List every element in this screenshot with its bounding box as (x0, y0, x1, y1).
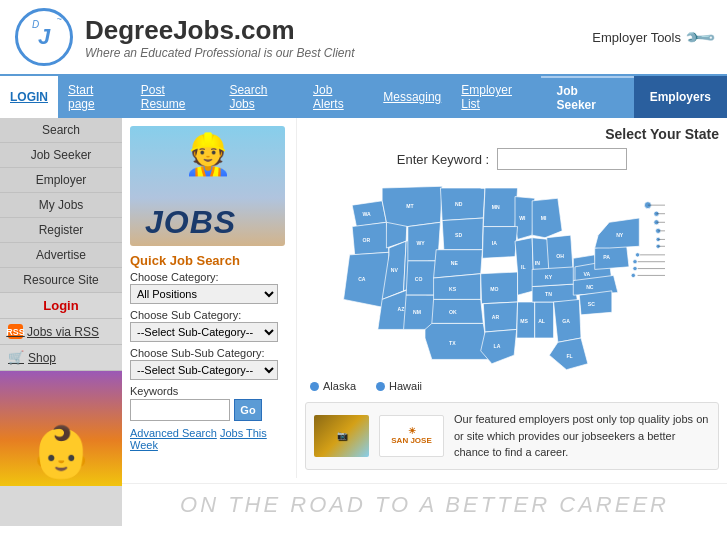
cart-icon: 🛒 (8, 350, 24, 365)
svg-text:OR: OR (362, 237, 370, 243)
sidebar-login[interactable]: Login (0, 293, 122, 319)
search-links: Advanced Search Jobs This Week (130, 427, 288, 451)
nav-messaging[interactable]: Messaging (373, 76, 451, 118)
state-md (631, 273, 635, 277)
svg-text:NY: NY (616, 232, 624, 238)
state-mi (532, 198, 562, 237)
us-map-container: WA OR CA ID NV UT AZ (305, 178, 685, 392)
site-name: DegreeJobs.com (85, 15, 592, 46)
svg-text:SD: SD (455, 232, 462, 238)
keywords-input[interactable] (130, 399, 230, 421)
state-ia (482, 227, 517, 259)
header: D J ~ DegreeJobs.com Where an Educated P… (0, 0, 727, 76)
state-ar (483, 302, 517, 332)
nav-search-jobs[interactable]: Search Jobs (219, 76, 303, 118)
svg-text:GA: GA (562, 318, 570, 324)
subcategory-label: Choose Sub Category: (130, 309, 288, 321)
featured-image-1: 📷 (314, 415, 369, 457)
state-sd (442, 218, 483, 250)
svg-text:MI: MI (541, 215, 547, 221)
quick-search-title: Quick Job Search (130, 253, 288, 268)
employer-tools[interactable]: Employer Tools 🔧 (592, 25, 712, 49)
svg-text:MS: MS (520, 318, 528, 324)
main-container: Search Job Seeker Employer My Jobs Regis… (0, 118, 727, 526)
nav-start-page[interactable]: Start page (58, 76, 131, 118)
subsubcategory-select[interactable]: --Select Sub-Category-- (130, 360, 278, 380)
sidebar-item-register[interactable]: Register (0, 218, 122, 243)
svg-text:WA: WA (362, 211, 371, 217)
svg-text:WY: WY (416, 240, 425, 246)
employer-tools-label: Employer Tools (592, 30, 681, 45)
sidebar-rss[interactable]: RSS Jobs via RSS (0, 319, 122, 345)
sidebar-item-search[interactable]: Search (0, 118, 122, 143)
svg-text:MN: MN (492, 204, 500, 210)
svg-text:MO: MO (490, 286, 498, 292)
subcategory-select[interactable]: --Select Sub-Category-- (130, 322, 278, 342)
tab-job-seeker[interactable]: Job Seeker (541, 76, 634, 118)
site-tagline: Where an Educated Professional is our Be… (85, 46, 592, 60)
quick-job-search-panel: 👷 JOBS Quick Job Search Choose Category:… (122, 118, 297, 478)
state-ny2 (635, 253, 639, 257)
nav-post-resume[interactable]: Post Resume (131, 76, 220, 118)
featured-employers: 📷 ☀ SAN JOSE Our featured employers post… (305, 402, 719, 470)
keyword-label-map: Enter Keyword : (397, 152, 490, 167)
advanced-search-link[interactable]: Advanced Search (130, 427, 217, 439)
sidebar-item-job-seeker[interactable]: Job Seeker (0, 143, 122, 168)
svg-text:TX: TX (449, 340, 456, 346)
nav-job-alerts[interactable]: Job Alerts (303, 76, 373, 118)
svg-text:KY: KY (545, 274, 553, 280)
svg-text:AZ: AZ (398, 306, 405, 312)
nav-bar: LOGIN Start page Post Resume Search Jobs… (0, 76, 727, 118)
alaska-item[interactable]: Alaska (310, 380, 356, 392)
nav-employer-list[interactable]: Employer List (451, 76, 540, 118)
site-branding: DegreeJobs.com Where an Educated Profess… (85, 15, 592, 60)
rss-icon: RSS (8, 324, 23, 339)
category-select[interactable]: All Positions (130, 284, 278, 304)
svg-text:LA: LA (494, 343, 501, 349)
state-sc (579, 291, 612, 315)
svg-text:MT: MT (406, 203, 414, 209)
center-content: 👷 JOBS Quick Job Search Choose Category:… (122, 118, 727, 526)
svg-text:IL: IL (521, 264, 526, 270)
state-mo (481, 272, 518, 304)
keyword-row-map: Enter Keyword : (305, 148, 719, 170)
sidebar-item-employer[interactable]: Employer (0, 168, 122, 193)
wrench-icon: 🔧 (682, 20, 717, 55)
sidebar-shop[interactable]: 🛒 Shop (0, 345, 122, 371)
svg-text:NE: NE (451, 260, 459, 266)
state-ky (532, 267, 575, 287)
svg-text:PA: PA (603, 254, 610, 260)
svg-text:WI: WI (519, 215, 526, 221)
us-map-svg: WA OR CA ID NV UT AZ (305, 178, 665, 378)
svg-text:ND: ND (455, 201, 463, 207)
svg-text:CA: CA (358, 276, 366, 282)
svg-text:CO: CO (415, 276, 423, 282)
svg-text:NM: NM (413, 309, 421, 315)
svg-text:SC: SC (588, 301, 595, 307)
state-de (633, 266, 637, 270)
go-button[interactable]: Go (234, 399, 262, 421)
worker-image: 👷 JOBS (130, 126, 285, 246)
keyword-input-map[interactable] (497, 148, 627, 170)
svg-text:OK: OK (449, 309, 457, 315)
svg-text:OH: OH (556, 253, 564, 259)
svg-text:KS: KS (449, 286, 457, 292)
svg-text:TN: TN (545, 291, 552, 297)
hawaii-item[interactable]: Hawaii (376, 380, 422, 392)
tab-employers[interactable]: Employers (634, 76, 727, 118)
state-ne (434, 250, 483, 278)
jobs-banner-text: JOBS (145, 204, 236, 241)
state-or (352, 222, 389, 255)
keyword-row: Go (130, 399, 288, 421)
sidebar-item-my-jobs[interactable]: My Jobs (0, 193, 122, 218)
sidebar-item-advertise[interactable]: Advertise (0, 243, 122, 268)
svg-text:FL: FL (566, 353, 572, 359)
nav-login[interactable]: LOGIN (0, 76, 58, 118)
sidebar-item-resource-site[interactable]: Resource Site (0, 268, 122, 293)
svg-text:AL: AL (538, 318, 545, 324)
logo: D J ~ (15, 8, 73, 66)
subsubcategory-label: Choose Sub-Sub Category: (130, 347, 288, 359)
keywords-label: Keywords (130, 385, 288, 397)
svg-text:IN: IN (535, 260, 540, 266)
svg-text:NC: NC (586, 284, 594, 290)
